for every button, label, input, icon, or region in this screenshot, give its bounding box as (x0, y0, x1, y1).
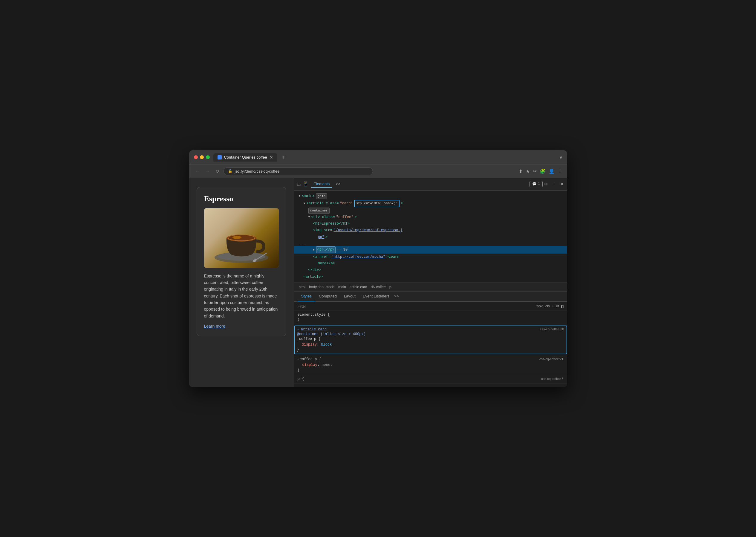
display-block-property: display: block; (297, 342, 564, 348)
colon1: : (317, 343, 321, 347)
closing-brace-cq: } (297, 348, 564, 352)
dom-line-div-coffee[interactable]: ▼ <div class="coffee"> (294, 214, 567, 221)
container-rule: @container (inline-size > 400px) (297, 332, 564, 336)
breadcrumb-main[interactable]: main (337, 284, 347, 290)
tab-elements[interactable]: Elements (311, 181, 332, 188)
tab-close-button[interactable]: ✕ (270, 155, 273, 160)
fullscreen-traffic-light[interactable] (206, 155, 210, 159)
breadcrumb-p[interactable]: p (388, 284, 393, 290)
closing-brace-coffee: } (298, 368, 563, 372)
ellipsis-dots: ... (299, 241, 306, 245)
dom-tag-img: <img src= (313, 227, 333, 233)
tab-styles[interactable]: Styles (298, 292, 315, 301)
traffic-lights (194, 155, 210, 159)
dom-line-article[interactable]: ▼ <article class="card" style="width: 50… (294, 199, 567, 208)
breadcrumb-html[interactable]: html (298, 284, 307, 290)
dom-line-img[interactable]: <img src="/assets/img/demo/cof-espresso.… (294, 227, 567, 233)
styles-tab-bar: Styles Computed Layout Event Listeners >… (294, 292, 567, 302)
breadcrumb-div[interactable]: div.coffee (370, 284, 387, 290)
coffee-card: Espresso (197, 187, 286, 337)
breadcrumb-article[interactable]: article.card (348, 284, 369, 290)
dom-tag-p: <p>…</p> (316, 246, 336, 253)
triangle-icon-main: ▼ (299, 193, 301, 199)
filter-copy-icon[interactable]: ⧉ (556, 304, 559, 309)
browser-menu-icon[interactable]: ⋮ (557, 168, 562, 174)
coffee-description: Espresso is the name of a highly concent… (204, 273, 279, 319)
url-bar[interactable]: 🔒 jec.fyi/demo/css-cq-coffee (224, 167, 373, 175)
article-card-link[interactable]: article.card (301, 327, 327, 332)
dom-line-h1[interactable]: <h1>Espresso</h1> (294, 221, 567, 227)
dom-tag-a-close: >Learn (386, 254, 399, 260)
dom-href-link[interactable]: "http://coffee.com/mocha" (332, 254, 385, 260)
triangle-icon-div: ▼ (308, 215, 310, 220)
devtools-toolbar-right: 💬 1 ⚙ ⋮ ✕ (529, 181, 563, 187)
dom-inspector: ▼ <main> grid ▼ <article class="card" st… (294, 190, 567, 283)
dom-line-main[interactable]: ▼ <main> grid (294, 193, 567, 200)
container-badge[interactable]: container (308, 208, 330, 214)
style-attr-badge[interactable]: style="width: 500px;" (354, 200, 400, 207)
coffee-cup-svg (208, 211, 274, 265)
extensions-icon[interactable]: 🧩 (540, 168, 546, 174)
device-toolbar-icon[interactable]: 📱 (303, 181, 309, 187)
tab-layout[interactable]: Layout (340, 292, 359, 301)
more-tabs-icon[interactable]: >> (335, 182, 340, 186)
semicolon1: ; (332, 343, 334, 347)
window-menu-icon[interactable]: ∨ (559, 155, 562, 160)
dom-line-a[interactable]: <a href="http://coffee.com/mocha">Learn (294, 254, 567, 260)
devtools-close-icon[interactable]: ✕ (560, 181, 563, 187)
dom-attr-card: "card" (340, 200, 353, 206)
reload-button[interactable]: ↺ (214, 168, 221, 175)
devtools-menu-icon[interactable]: ⋮ (552, 181, 556, 187)
grid-badge[interactable]: grid (316, 193, 327, 199)
filter-add[interactable]: + (552, 304, 554, 309)
tab-computed[interactable]: Computed (315, 292, 340, 301)
dom-ellipsis-line: ... (294, 240, 567, 246)
source-cq-21[interactable]: css-cq-coffee:21 (539, 357, 563, 361)
styles-panel: Styles Computed Layout Event Listeners >… (294, 292, 567, 387)
tab-event-listeners[interactable]: Event Listeners (359, 292, 393, 301)
filter-hov[interactable]: :hov (536, 304, 543, 308)
devtools-settings-icon[interactable]: ⚙ (545, 181, 548, 187)
filter-badges: :hov .cls + ⧉ ◧ (536, 304, 563, 309)
dom-tag-h1: <h1>Espresso</h1> (313, 221, 350, 227)
devtools-panel: ⬚ 📱 Elements >> 💬 1 ⚙ ⋮ ✕ ▼ (294, 178, 567, 387)
forward-button[interactable]: → (204, 168, 211, 174)
source-cq-30[interactable]: css-cq-coffee:30 (540, 327, 564, 331)
back-button[interactable]: ← (194, 168, 201, 174)
extension-icon[interactable]: ✂ (533, 168, 537, 174)
dom-tag-a: <a href= (313, 254, 331, 260)
dom-line-close-article: <article> (294, 273, 567, 280)
address-bar: ← → ↺ 🔒 jec.fyi/demo/css-cq-coffee ⬆ ★ ✂… (189, 165, 567, 178)
dom-line-p[interactable]: ▶ <p>…</p> == $0 (294, 246, 567, 253)
chat-badge[interactable]: 💬 1 (529, 181, 543, 187)
arrow-icon: ↗ (297, 328, 299, 331)
active-tab[interactable]: Container Queries coffee ✕ (213, 153, 277, 162)
learn-more-link[interactable]: Learn more (204, 324, 226, 329)
dom-tag-article: <article class= (307, 200, 339, 206)
title-bar: Container Queries coffee ✕ + ∨ (189, 150, 567, 165)
close-traffic-light[interactable] (194, 155, 198, 159)
breadcrumb-bar: html body.dark-mode main article.card di… (294, 283, 567, 292)
filter-cls[interactable]: .cls (545, 304, 550, 308)
dom-line-close-div: </div> (294, 267, 567, 273)
more-style-tabs[interactable]: >> (393, 292, 400, 301)
minimize-traffic-light[interactable] (200, 155, 204, 159)
source-cq-3[interactable]: css-cq-coffee:3 (541, 377, 563, 381)
styles-filter-input[interactable] (298, 304, 534, 309)
profile-icon[interactable]: 👤 (549, 168, 555, 174)
chat-count: 1 (538, 182, 540, 186)
filter-sidebar-icon[interactable]: ◧ (561, 304, 563, 309)
breadcrumb-body[interactable]: body.dark-mode (308, 284, 336, 290)
coffee-p-selector: .coffee p { (297, 337, 564, 341)
new-tab-button[interactable]: + (280, 154, 288, 161)
inspect-element-icon[interactable]: ⬚ (298, 181, 301, 187)
dom-img-src-cont: pg" (318, 234, 325, 240)
coffee-title: Espresso (204, 194, 279, 203)
style-block-coffee-p: css-cq-coffee:21 .coffee p { display: no… (294, 355, 567, 375)
display-value: block (321, 343, 332, 347)
share-icon[interactable]: ⬆ (519, 168, 523, 174)
dom-tag-div: <div class= (311, 214, 335, 220)
bookmark-icon[interactable]: ★ (526, 168, 530, 174)
dom-line-img-continued: pg"> (294, 234, 567, 240)
dom-img-src-link[interactable]: "/assets/img/demo/cof-espresso.j (334, 227, 402, 233)
